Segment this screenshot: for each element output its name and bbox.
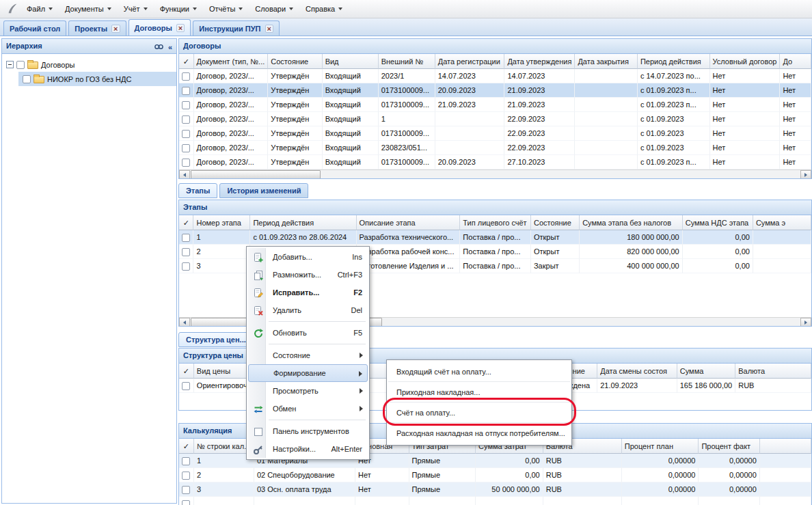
column-header[interactable]: Внешний № — [379, 54, 435, 69]
row-checkbox[interactable] — [182, 457, 190, 465]
column-header[interactable]: До — [780, 54, 811, 69]
column-header[interactable]: Период действия — [638, 54, 710, 69]
column-header[interactable]: Тип лицевого счёт — [460, 215, 531, 230]
menu-item-file[interactable]: Файл — [21, 1, 59, 16]
table-row[interactable]: 303 Осн. оплата трудаНетПрямые50 000 000… — [179, 482, 811, 497]
column-header[interactable]: Дата смены состоя — [597, 364, 677, 379]
context-menu-item-view[interactable]: Просмотреть — [248, 382, 368, 400]
submenu-item-incoming-invoice[interactable]: Входящий счёт на оплату... — [388, 361, 570, 382]
scrollbar-thumb[interactable] — [191, 170, 321, 179]
select-all-header[interactable]: ✓ — [179, 364, 194, 379]
column-header[interactable]: Процент факт — [699, 439, 759, 454]
row-checkbox[interactable] — [182, 500, 190, 505]
tab-instructions[interactable]: Инструкции ПУП× — [193, 21, 280, 36]
collapse-node-icon[interactable] — [6, 61, 14, 68]
row-checkbox[interactable] — [182, 234, 190, 242]
tree-node-niokr[interactable]: НИОКР по ГОЗ без НДС — [18, 72, 176, 86]
table-row[interactable]: 202 СпецоборудованиеНетПрямые0,00RUB0,00… — [179, 468, 811, 482]
column-header[interactable]: Дата закрытия — [575, 54, 638, 69]
menu-item-accounting[interactable]: Учёт — [118, 1, 154, 16]
tab-projects[interactable]: Проекты× — [68, 21, 126, 36]
column-header[interactable]: Состояние — [268, 54, 322, 69]
menu-item-help[interactable]: Справка — [299, 1, 349, 16]
table-row[interactable]: Договор, 2023/...УтверждёнВходящий017310… — [179, 98, 811, 112]
menu-item-functions[interactable]: Функции — [154, 1, 203, 16]
submenu-item-receipt-note[interactable]: Приходная накладная... — [388, 382, 570, 402]
column-header[interactable]: Вид — [323, 54, 379, 69]
scroll-left-icon[interactable] — [179, 170, 190, 179]
scroll-left-icon[interactable] — [179, 318, 190, 327]
column-header[interactable]: Дата регистрации — [435, 54, 505, 69]
select-all-header[interactable]: ✓ — [179, 215, 193, 230]
row-checkbox[interactable] — [182, 382, 190, 390]
table-row[interactable]: 1с 01.09.2023 по 28.06.2024Разработка те… — [179, 230, 811, 245]
table-row[interactable]: Договор, 2023/...УтверждёнВходящий230823… — [179, 141, 811, 155]
select-all-header[interactable]: ✓ — [179, 439, 194, 454]
row-checkbox[interactable] — [182, 101, 190, 109]
column-header[interactable]: Состояние — [531, 215, 580, 230]
row-checkbox[interactable] — [182, 486, 190, 494]
tab-change-history[interactable]: История изменений — [219, 183, 308, 198]
tab-stages[interactable]: Этапы — [178, 183, 217, 198]
row-checkbox[interactable] — [182, 159, 190, 167]
row-checkbox[interactable] — [182, 115, 190, 124]
collapse-panel-icon[interactable]: « — [168, 43, 172, 51]
column-header[interactable]: Дата утверждения — [504, 54, 575, 69]
tab-contracts[interactable]: Договоры× — [128, 19, 191, 36]
tree-checkbox[interactable] — [23, 75, 31, 83]
binoculars-icon[interactable] — [154, 41, 164, 53]
tab-desktop[interactable]: Рабочий стол — [3, 21, 66, 36]
column-header[interactable]: Документ (тип, №... — [194, 54, 269, 69]
table-row[interactable]: Договор, 2023/...УтверждёнВходящий017310… — [179, 83, 811, 98]
table-row[interactable]: Договор, 2023/...УтверждёнВходящий122.09… — [179, 112, 811, 126]
table-row[interactable]: Договор, 2023/...УтверждёнВходящий017310… — [179, 155, 811, 169]
context-menu-item-edit[interactable]: F2 Исправить... — [248, 284, 368, 301]
column-header[interactable]: Сумма э — [753, 215, 811, 230]
row-checkbox[interactable] — [182, 248, 190, 256]
row-checkbox[interactable] — [182, 87, 190, 95]
context-menu-item-exchange[interactable]: Обмен — [248, 400, 368, 418]
context-menu-item-state[interactable]: Состояние — [248, 346, 368, 364]
table-row[interactable] — [179, 497, 811, 505]
table-row[interactable]: Договор, 2023/...УтверждёнВходящий017310… — [179, 126, 811, 141]
context-menu-item-refresh[interactable]: F5 Обновить — [248, 324, 368, 342]
submenu-item-dispatch-note[interactable]: Расходная накладная на отпуск потребител… — [388, 423, 570, 443]
close-icon[interactable]: × — [111, 25, 120, 33]
column-header[interactable]: Сумма этапа без налогов — [580, 215, 683, 230]
column-header[interactable]: № строки кал... — [194, 439, 254, 454]
menu-item-reports[interactable]: Отчёты — [203, 1, 249, 16]
column-header[interactable]: Номер этапа — [193, 215, 250, 230]
menu-item-documents[interactable]: Документы — [59, 1, 118, 16]
tree-node-contracts[interactable]: Договоры — [2, 57, 176, 72]
context-menu-item-delete[interactable]: Del Удалить — [248, 301, 368, 319]
close-icon[interactable]: × — [176, 24, 185, 32]
tree-checkbox[interactable] — [16, 61, 25, 69]
scroll-right-icon[interactable] — [800, 170, 811, 179]
select-all-header[interactable]: ✓ — [179, 54, 194, 69]
column-header[interactable] — [760, 439, 811, 454]
row-checkbox[interactable] — [182, 130, 190, 138]
column-header[interactable]: Описание этапа — [357, 215, 461, 230]
scroll-right-icon[interactable] — [800, 318, 811, 327]
submenu-item-payment-invoice[interactable]: Счёт на оплату... — [388, 402, 570, 423]
row-checkbox[interactable] — [182, 472, 190, 480]
column-header[interactable]: Сумма — [677, 364, 735, 379]
column-header[interactable]: Период действия — [250, 215, 356, 230]
menu-item-dictionaries[interactable]: Словари — [249, 1, 299, 16]
h-scrollbar[interactable] — [179, 169, 811, 179]
close-icon[interactable]: × — [265, 25, 273, 33]
tab-price-structure[interactable]: Структура цен... — [178, 332, 254, 347]
column-header[interactable]: Валюта — [735, 364, 811, 379]
row-checkbox[interactable] — [182, 72, 190, 81]
context-menu-item-toolbar[interactable]: Панель инструментов — [248, 422, 368, 440]
context-menu-item-settings[interactable]: Alt+Enter Настройки... — [248, 440, 368, 458]
context-menu-item-duplicate[interactable]: Ctrl+F3 Размножить... — [248, 266, 368, 284]
table-row[interactable]: Договор, 2023/...УтверждёнВходящий2023/1… — [179, 69, 811, 83]
row-checkbox[interactable] — [182, 262, 190, 271]
row-checkbox[interactable] — [182, 144, 190, 152]
column-header[interactable]: Сумма НДС этапа — [683, 215, 753, 230]
column-header[interactable]: Условный договор — [710, 54, 781, 69]
context-menu-item-generation[interactable]: Формирование — [248, 364, 368, 382]
context-menu-item-add[interactable]: Ins Добавить... — [248, 248, 368, 266]
column-header[interactable]: Процент план — [622, 439, 699, 454]
